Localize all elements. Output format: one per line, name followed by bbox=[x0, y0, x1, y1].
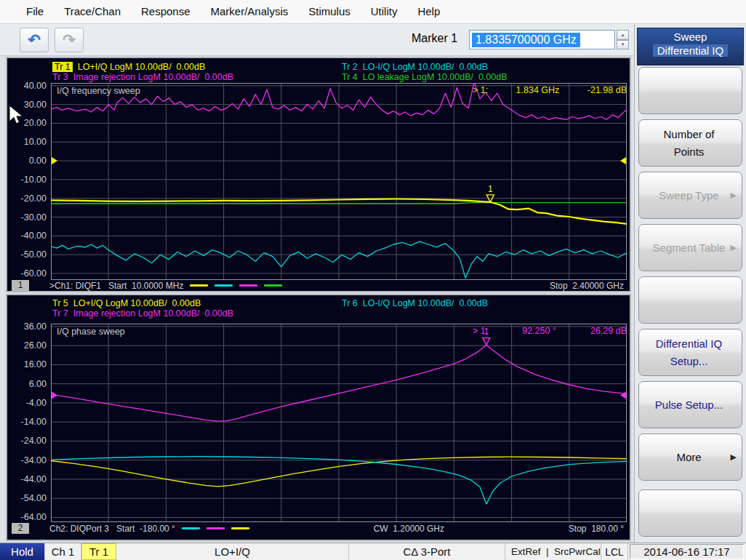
menu-stimulus[interactable]: Stimulus bbox=[298, 0, 361, 23]
trace-label-text[interactable]: LO+I/Q LogM 10.00dB/ 0.00dB bbox=[78, 62, 205, 72]
softkey-label: Differential IQ Setup... bbox=[647, 335, 731, 369]
spin-up-button[interactable]: ▲ bbox=[617, 30, 629, 40]
status-bar: Hold Ch 1 Tr 1 LO+I/Q CΔ 3-Port ExtRef |… bbox=[0, 543, 746, 560]
trace-label-text[interactable]: LO+I/Q LogM 10.00dB/ 0.00dB bbox=[73, 298, 201, 308]
marker-readout-id: > 1: bbox=[473, 326, 488, 336]
softkey-label: Segment Table bbox=[653, 239, 726, 256]
trace-legend-entry[interactable]: Tr 3Image rejection LogM 10.00dB/ 0.00dB bbox=[52, 72, 233, 82]
submenu-arrow-icon: ▶ bbox=[731, 189, 737, 201]
y-axis-tick-label: -50.00 bbox=[9, 249, 47, 260]
softkey-label: More bbox=[676, 449, 701, 465]
softkey-blank-9 bbox=[638, 489, 742, 537]
y-axis-tick-label: -64.00 bbox=[9, 512, 47, 522]
menu-marker-analysis[interactable]: Marker/Analysis bbox=[201, 0, 299, 23]
status-measurement: LO+I/Q bbox=[116, 543, 349, 560]
plot-footer: 2Ch2: DIQPort 3 Start -180.00 °CW 1.2000… bbox=[12, 523, 624, 534]
y-axis-tick-label: -4.00 bbox=[9, 398, 47, 408]
trace-label-id[interactable]: Tr 4 bbox=[342, 72, 358, 82]
y-axis-tick-label: 16.00 bbox=[9, 359, 47, 369]
y-axis-tick-label: 0.00 bbox=[9, 156, 47, 166]
trace-label-id[interactable]: Tr 7 bbox=[52, 308, 68, 319]
softkey-pulse-setup[interactable]: Pulse Setup... bbox=[638, 381, 742, 428]
trace-legend-entry[interactable]: Tr 6LO-I/Q LogM 10.00dB/ 0.00dB bbox=[342, 298, 488, 308]
marker-readout-stimulus: 92.250 ° bbox=[522, 326, 556, 336]
graticule[interactable]: 1 bbox=[51, 324, 627, 522]
reference-level-arrow-left bbox=[52, 391, 57, 399]
trace-label-id[interactable]: Tr 2 bbox=[342, 62, 358, 72]
channel-label: >Ch1: DIQF1 bbox=[49, 281, 108, 291]
cw-frequency-label: CW 1.20000 GHz bbox=[374, 524, 444, 534]
reference-level-arrow-left bbox=[52, 157, 57, 164]
trace-label-id[interactable]: Tr 6 bbox=[342, 298, 358, 308]
y-axis-tick-label: 26.00 bbox=[9, 340, 47, 351]
trace-label-text[interactable]: LO-I/Q LogM 10.00dB/ 0.00dB bbox=[363, 298, 488, 308]
trace-legend-entry[interactable]: Tr 1LO+I/Q LogM 10.00dB/ 0.00dB bbox=[52, 62, 205, 72]
trace-label-id[interactable]: Tr 5 bbox=[52, 298, 68, 308]
menu-file[interactable]: File bbox=[16, 0, 54, 23]
y-axis-tick-label: 40.00 bbox=[9, 81, 47, 91]
undo-icon: ↶ bbox=[28, 31, 41, 49]
marker-frequency-input[interactable]: 1.8335700000 GHz bbox=[469, 30, 615, 49]
y-axis-tick-label: -54.00 bbox=[9, 493, 47, 503]
spin-down-button[interactable]: ▼ bbox=[617, 40, 629, 50]
y-axis-tick-label: 36.00 bbox=[9, 321, 47, 332]
graticule[interactable]: 1 bbox=[51, 83, 627, 280]
channel-label: Ch2: DIQPort 3 bbox=[49, 524, 116, 534]
undo-button[interactable]: ↶ bbox=[20, 28, 49, 52]
trace-label-id[interactable]: Tr 3 bbox=[52, 72, 68, 82]
softkey-label: Number of Points bbox=[647, 126, 731, 160]
menu-help[interactable]: Help bbox=[407, 0, 450, 23]
trace-color-key bbox=[190, 284, 208, 287]
redo-button[interactable]: ↷ bbox=[55, 28, 84, 52]
status-reference: ExtRef | SrcPwrCal bbox=[505, 543, 601, 560]
channel-number-badge[interactable]: 1 bbox=[12, 280, 29, 291]
menu-utility[interactable]: Utility bbox=[361, 0, 408, 23]
softkey-segment-table[interactable]: Segment Table▶ bbox=[638, 224, 742, 271]
trace-legend-entry[interactable]: Tr 7Image rejection LogM 10.00dB/ 0.00dB bbox=[52, 308, 233, 319]
softkey-differential-iq-setup[interactable]: Differential IQ Setup... bbox=[638, 329, 742, 376]
marker-1-number: 1 bbox=[488, 184, 493, 194]
trace-color-key bbox=[264, 284, 282, 287]
menu-trace-chan[interactable]: Trace/Chan bbox=[54, 0, 131, 23]
trace-label-text[interactable]: Image rejection LogM 10.00dB/ 0.00dB bbox=[73, 308, 233, 319]
y-axis-tick-label: 6.00 bbox=[9, 379, 47, 389]
softkey-blank-5 bbox=[638, 276, 742, 324]
mouse-cursor bbox=[7, 105, 25, 127]
marker-1-symbol[interactable] bbox=[483, 337, 490, 345]
trace-color-key bbox=[182, 527, 200, 529]
menu-response[interactable]: Response bbox=[131, 0, 201, 23]
marker-readout: > 1:92.250 °26.29 dB bbox=[473, 326, 627, 336]
x-axis-start-label: Start -180.00 ° bbox=[116, 524, 175, 534]
softkey-blank-1 bbox=[638, 67, 742, 114]
status-datetime: 2014-06-16 17:17 bbox=[630, 544, 744, 559]
softkey-label: Pulse Setup... bbox=[655, 396, 723, 413]
trace-legend-entry[interactable]: Tr 5LO+I/Q LogM 10.00dB/ 0.00dB bbox=[52, 298, 201, 308]
toolbar: ↶ ↷ Marker 1 1.8335700000 GHz ▲ ▼ bbox=[0, 24, 634, 56]
trace-legend-entry[interactable]: Tr 4LO leakage LogM 10.00dB/ 0.00dB bbox=[342, 72, 508, 82]
status-channel[interactable]: Ch 1 bbox=[45, 543, 81, 560]
submenu-arrow-icon: ▶ bbox=[731, 451, 737, 463]
trace-legend-entry[interactable]: Tr 2LO-I/Q LogM 10.00dB/ 0.00dB bbox=[342, 62, 488, 72]
softkey-panel-title: Sweep Differential IQ bbox=[637, 28, 744, 65]
y-axis-tick-label: -14.00 bbox=[9, 417, 47, 427]
trace-label-text[interactable]: LO leakage LogM 10.00dB/ 0.00dB bbox=[363, 72, 508, 82]
upper-graph-window[interactable]: Tr 1LO+I/Q LogM 10.00dB/ 0.00dBTr 2LO-I/… bbox=[6, 57, 631, 292]
softkey-title-line2: Differential IQ bbox=[653, 44, 728, 57]
marker-readout-value: 26.29 dB bbox=[590, 326, 627, 336]
status-active-trace[interactable]: Tr 1 bbox=[81, 543, 116, 560]
status-sweep-hold[interactable]: Hold bbox=[0, 543, 45, 560]
marker-readout-stimulus: 1.834 GHz bbox=[516, 85, 560, 95]
trace-label-text[interactable]: LO-I/Q LogM 10.00dB/ 0.00dB bbox=[363, 62, 488, 72]
trace-label-id[interactable]: Tr 1 bbox=[52, 62, 73, 72]
trace-label-text[interactable]: Image rejection LogM 10.00dB/ 0.00dB bbox=[73, 72, 233, 82]
lower-graph-window[interactable]: Tr 5LO+I/Q LogM 10.00dB/ 0.00dBTr 6LO-I/… bbox=[6, 294, 631, 541]
y-axis-tick-label: -10.00 bbox=[9, 175, 47, 185]
submenu-arrow-icon: ▶ bbox=[731, 241, 737, 254]
trace-color-key bbox=[214, 284, 233, 287]
softkey-label: Sweep Type bbox=[659, 187, 718, 204]
channel-number-badge[interactable]: 2 bbox=[12, 523, 29, 534]
softkey-sweep-type[interactable]: Sweep Type▶ bbox=[638, 172, 742, 219]
softkey-number-of-points[interactable]: Number of Points bbox=[638, 119, 742, 167]
softkey-more[interactable]: More▶ bbox=[638, 433, 742, 481]
plot-footer: 1>Ch1: DIQF1 Start 10.0000 MHzStop 2.400… bbox=[12, 280, 624, 291]
